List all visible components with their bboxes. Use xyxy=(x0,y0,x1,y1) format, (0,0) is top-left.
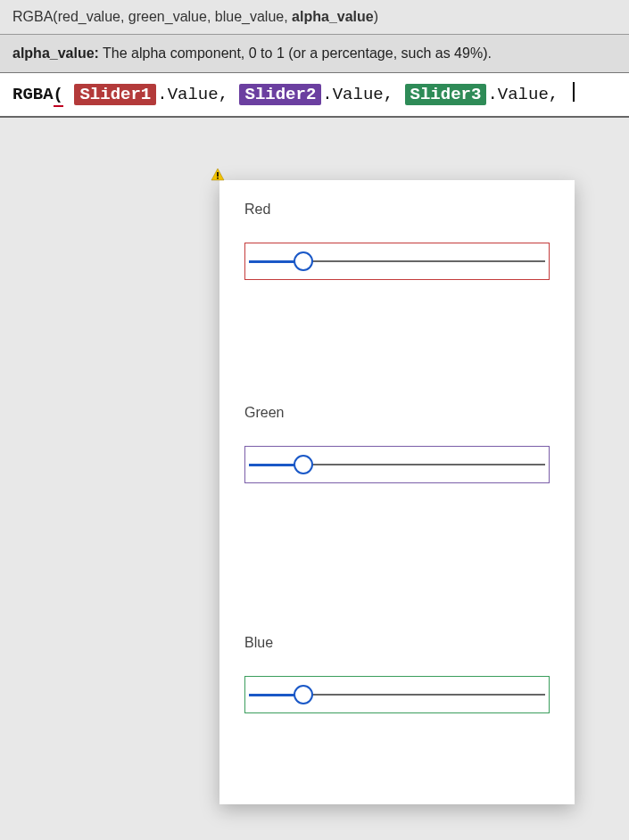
formula-comma-3: , xyxy=(549,85,569,104)
warning-icon[interactable] xyxy=(211,168,225,182)
signature-args: (red_value, green_value, blue_value, xyxy=(53,9,292,24)
slider-group-red: Red xyxy=(244,202,550,280)
slider-thumb[interactable] xyxy=(294,251,313,271)
slider-label-blue: Blue xyxy=(244,635,550,651)
signature-close: ) xyxy=(374,9,378,24)
formula-prop-3: .Value xyxy=(487,85,548,104)
canvas-area[interactable]: Red Green Blue xyxy=(0,118,629,824)
formula-comma-1: , xyxy=(219,85,239,104)
slider-red[interactable] xyxy=(244,243,550,280)
formula-func: RGBA xyxy=(12,85,54,104)
arg-help-name: alpha_value: xyxy=(12,45,99,61)
slider-group-blue: Blue xyxy=(244,635,550,713)
slider-thumb[interactable] xyxy=(294,685,313,704)
signature-func: RGBA xyxy=(12,9,53,24)
formula-prop-1: .Value xyxy=(157,85,218,104)
signature-highlighted-arg: alpha_value xyxy=(292,9,374,24)
slider1-chip: Slider1 xyxy=(74,84,156,105)
slider2-chip: Slider2 xyxy=(239,84,321,105)
svg-rect-2 xyxy=(217,177,219,179)
slider-label-red: Red xyxy=(244,202,550,218)
slider-label-green: Green xyxy=(244,405,550,421)
formula-paren-open: ( xyxy=(54,85,63,107)
text-caret xyxy=(573,82,575,102)
intellisense-arg-help: alpha_value: The alpha component, 0 to 1… xyxy=(0,35,629,73)
slider-blue[interactable] xyxy=(244,676,550,713)
arg-help-desc: The alpha component, 0 to 1 (or a percen… xyxy=(99,45,492,61)
screen-card[interactable]: Red Green Blue xyxy=(219,180,575,804)
formula-prop-2: .Value xyxy=(322,85,383,104)
formula-bar[interactable]: RGBA( Slider1.Value, Slider2.Value, Slid… xyxy=(0,73,629,118)
svg-rect-1 xyxy=(217,172,219,177)
slider-thumb[interactable] xyxy=(294,455,313,474)
formula-comma-2: , xyxy=(384,85,404,104)
slider3-chip: Slider3 xyxy=(405,84,487,105)
intellisense-signature: RGBA(red_value, green_value, blue_value,… xyxy=(0,0,629,35)
slider-green[interactable] xyxy=(244,446,550,483)
slider-group-green: Green xyxy=(244,405,550,483)
